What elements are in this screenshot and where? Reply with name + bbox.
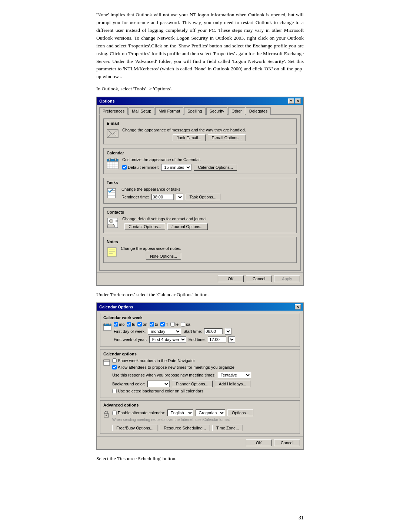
svg-point-18 xyxy=(109,219,113,223)
show-week-numbers-cb[interactable] xyxy=(112,358,117,363)
notes-desc: Change the appearance of notes. xyxy=(121,246,181,251)
allow-attendees-cb[interactable] xyxy=(112,365,117,369)
options-title: Options xyxy=(99,99,288,103)
lock-icon xyxy=(103,410,110,431)
work-week-content: mo tu on to fr le sa First day of week: … xyxy=(114,322,235,344)
options-dialog-footer: OK Cancel Apply xyxy=(97,272,303,285)
page-number: 31 xyxy=(299,515,304,521)
day-su-cb[interactable] xyxy=(181,322,185,327)
tab-mailsetup[interactable]: Mail Setup xyxy=(129,107,154,115)
alt-calendar-lang-select[interactable]: English xyxy=(167,409,193,416)
calendar-section-label: Calendar xyxy=(107,151,293,155)
tab-spelling[interactable]: Spelling xyxy=(184,107,205,115)
use-bg-color-cb[interactable] xyxy=(112,389,117,393)
reminder-dropdown[interactable]: 15 minutes xyxy=(161,164,191,171)
reminder-time-dropdown[interactable] xyxy=(176,194,183,200)
contacts-desc: Change default settings for contact and … xyxy=(122,217,208,221)
contacts-icon xyxy=(107,217,119,229)
cal-ok-button[interactable]: OK xyxy=(246,439,272,446)
response-select[interactable]: Tentative xyxy=(218,372,251,378)
end-time-dropdown[interactable] xyxy=(229,336,235,343)
work-week-title: Calendar work week xyxy=(103,315,297,320)
tab-delegates[interactable]: Delegates xyxy=(246,107,271,115)
day-fr: fr xyxy=(160,322,168,327)
alt-calendar-text: Enable alternate calendar: xyxy=(118,411,165,415)
options-titlebar: Options ? ✕ xyxy=(97,97,303,105)
calendar-section: Calendar xyxy=(103,148,297,174)
svg-rect-21 xyxy=(107,248,116,257)
default-reminder-checkbox[interactable] xyxy=(122,165,127,170)
calendar-options-button[interactable]: Calendar Options... xyxy=(194,164,237,171)
first-day-label: First day of week: xyxy=(114,329,146,334)
note-options-button[interactable]: Note Options... xyxy=(146,253,181,260)
close-button[interactable]: ✕ xyxy=(295,98,301,104)
email-desc: Change the appearance of messages and th… xyxy=(122,128,246,132)
junk-email-button[interactable]: Junk E-mail... xyxy=(173,134,206,141)
calendar-options-titlebar: Calendar Options ✕ xyxy=(97,303,303,311)
work-week-section: Calendar work week mo tu on xyxy=(100,313,300,347)
tab-bar: Preferences Mail Setup Mail Format Spell… xyxy=(99,107,301,115)
start-time-input[interactable] xyxy=(204,328,223,334)
tasks-controls: Reminder time: Task Options... xyxy=(121,194,220,200)
svg-rect-5 xyxy=(109,158,110,161)
cal-options-icon xyxy=(103,359,110,394)
planner-options-button[interactable]: Planner Options... xyxy=(172,381,213,387)
contacts-section: Contacts Change defau xyxy=(103,207,297,233)
cal-options-section: Calendar options Show week numbers in th… xyxy=(100,349,300,398)
free-busy-button[interactable]: Free/Busy Options... xyxy=(112,425,157,431)
alt-calendar-label: Enable alternate calendar: xyxy=(112,411,165,415)
first-day-select[interactable]: monday xyxy=(148,328,181,335)
first-week-label: First week of year: xyxy=(114,337,147,342)
ok-button[interactable]: OK xyxy=(218,275,244,282)
instruction-1: In Outlook, select 'Tools' -> 'Options'. xyxy=(96,85,304,93)
start-time-dropdown[interactable] xyxy=(225,328,231,335)
add-holidays-button[interactable]: Add Holidays... xyxy=(215,381,250,387)
day-we-cb[interactable] xyxy=(137,322,142,327)
apply-button[interactable]: Apply xyxy=(274,275,300,282)
cancel-button[interactable]: Cancel xyxy=(246,275,272,282)
instruction-2: Under 'Preferences' select the 'Calendar… xyxy=(96,291,304,299)
email-controls: Junk E-mail... E-mail Options... xyxy=(122,134,246,141)
end-time-input[interactable] xyxy=(208,337,226,342)
show-week-numbers-label: Show week numbers in the Date Navigator xyxy=(112,358,195,363)
cal-cancel-button[interactable]: Cancel xyxy=(274,439,300,446)
day-mo-cb[interactable] xyxy=(114,322,118,327)
help-button[interactable]: ? xyxy=(288,98,294,104)
svg-rect-28 xyxy=(109,323,110,325)
svg-rect-30 xyxy=(104,360,110,361)
day-th: to xyxy=(150,322,158,327)
day-fr-cb[interactable] xyxy=(160,322,165,327)
calendar-section-content: Customize the appearance of the Calendar… xyxy=(122,157,237,171)
task-options-button[interactable]: Task Options... xyxy=(186,194,221,200)
day-tu-cb[interactable] xyxy=(127,322,131,327)
tab-security[interactable]: Security xyxy=(206,107,228,115)
show-week-numbers-text: Show week numbers in the Date Navigator xyxy=(118,358,195,363)
tasks-section: Tasks Change the appe xyxy=(103,178,297,204)
end-time-label: End time: xyxy=(189,337,206,342)
tab-mailformat[interactable]: Mail Format xyxy=(155,107,183,115)
email-icon xyxy=(107,128,119,139)
default-reminder-label: Default reminder: xyxy=(122,165,159,170)
alt-calendar-options-button[interactable]: Options... xyxy=(227,409,253,416)
email-options-button[interactable]: E-mail Options... xyxy=(208,134,246,141)
bg-color-select[interactable] xyxy=(147,381,170,387)
day-th-cb[interactable] xyxy=(150,322,154,327)
alt-calendar-cb[interactable] xyxy=(112,411,117,415)
tasks-desc: Change the appearance of tasks. xyxy=(121,187,220,191)
instruction-3: Select the 'Resource Scheduling' button. xyxy=(96,455,304,463)
contact-options-button[interactable]: Contact Options... xyxy=(124,223,165,230)
cal-dialog-footer: OK Cancel xyxy=(97,436,303,449)
alt-calendar-type-select[interactable]: Gregorian xyxy=(196,409,225,416)
first-week-select[interactable]: First 4-day week xyxy=(149,336,186,343)
svg-rect-27 xyxy=(105,323,106,325)
reminder-time-input[interactable] xyxy=(151,194,174,200)
day-su: sa xyxy=(181,322,190,327)
tab-preferences[interactable]: Preferences xyxy=(99,107,128,115)
journal-options-button[interactable]: Journal Options... xyxy=(167,223,207,230)
resource-scheduling-button[interactable]: Resource Scheduling... xyxy=(160,425,210,431)
time-zone-button[interactable]: Time Zone... xyxy=(212,425,243,431)
cal-close-button[interactable]: ✕ xyxy=(295,304,301,310)
tab-other[interactable]: Other xyxy=(228,107,245,115)
first-day-row: First day of week: monday Start time: xyxy=(114,328,235,335)
day-sa-cb[interactable] xyxy=(170,322,175,327)
